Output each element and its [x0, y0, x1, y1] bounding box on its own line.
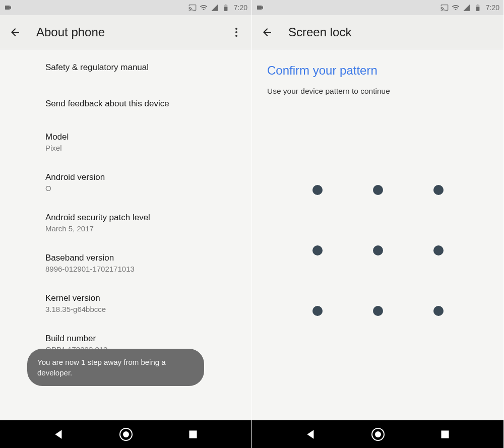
pattern-dot-8[interactable] [373, 306, 383, 316]
pattern-dot-3[interactable] [433, 185, 444, 195]
overflow-menu-icon[interactable] [230, 26, 242, 38]
pattern-dot-1[interactable] [312, 185, 323, 195]
pattern-input[interactable] [252, 101, 503, 420]
svg-rect-1 [441, 430, 449, 438]
wifi-icon [200, 4, 208, 12]
row-security-patch[interactable]: Android security patch level March 5, 20… [0, 203, 251, 243]
row-android-version[interactable]: Android version O [0, 162, 251, 203]
nav-recent-icon[interactable] [438, 428, 452, 441]
row-label: Android version [45, 172, 239, 182]
row-label: Baseband version [45, 253, 239, 263]
nav-back-icon[interactable] [304, 428, 318, 441]
signal-icon [211, 4, 219, 12]
phone-right: 7:20 Screen lock Confirm your pattern Us… [252, 0, 504, 448]
row-label: Build number [45, 334, 239, 344]
svg-rect-0 [189, 430, 197, 438]
camera-icon [256, 4, 264, 12]
phone-left: 7:20 About phone Safety & regulatory man… [0, 0, 252, 448]
row-sub: O [45, 184, 239, 193]
app-bar: About phone [0, 15, 251, 49]
confirm-headline: Confirm your pattern [267, 63, 488, 78]
row-label: Android security patch level [45, 213, 239, 223]
row-label: Safety & regulatory manual [45, 62, 239, 73]
row-sub: 3.18.35-g64bbcce [45, 305, 239, 313]
wifi-icon [452, 4, 460, 12]
confirm-subline: Use your device pattern to continue [267, 87, 488, 96]
back-icon[interactable] [9, 26, 21, 38]
nav-home-icon[interactable] [371, 428, 385, 441]
pattern-dot-5[interactable] [373, 245, 383, 255]
pattern-dot-7[interactable] [312, 306, 323, 316]
back-icon[interactable] [261, 26, 273, 38]
row-kernel[interactable]: Kernel version 3.18.35-g64bbcce [0, 283, 251, 324]
row-sub: March 5, 2017 [45, 224, 239, 233]
pattern-dot-6[interactable] [433, 245, 444, 255]
pattern-dot-2[interactable] [373, 185, 383, 195]
camera-icon [4, 4, 12, 12]
nav-bar [0, 420, 251, 448]
nav-bar [252, 420, 503, 448]
battery-icon [474, 4, 482, 12]
row-label: Kernel version [45, 293, 239, 303]
row-sub: 8996-012901-1702171013 [45, 265, 239, 273]
cast-icon [440, 4, 449, 12]
nav-back-icon[interactable] [52, 428, 66, 441]
toast-developer: You are now 1 step away from being a dev… [27, 349, 204, 386]
row-baseband[interactable]: Baseband version 8996-012901-1702171013 [0, 243, 251, 283]
row-safety-manual[interactable]: Safety & regulatory manual [0, 49, 251, 86]
about-list: Safety & regulatory manual Send feedback… [0, 49, 251, 420]
nav-home-icon[interactable] [119, 428, 133, 441]
row-sub: Pixel [45, 144, 239, 152]
row-label: Send feedback about this device [45, 99, 239, 109]
status-time: 7:20 [486, 4, 499, 12]
status-time: 7:20 [234, 4, 247, 12]
signal-icon [463, 4, 471, 12]
row-label: Model [45, 132, 239, 142]
battery-icon [222, 4, 230, 12]
lock-content: Confirm your pattern Use your device pat… [252, 49, 503, 420]
app-bar: Screen lock [252, 15, 503, 49]
cast-icon [188, 4, 197, 12]
pattern-dot-4[interactable] [312, 245, 323, 255]
status-bar: 7:20 [0, 0, 251, 15]
pattern-dot-9[interactable] [433, 306, 444, 316]
nav-recent-icon[interactable] [186, 428, 200, 441]
page-title: About phone [36, 25, 230, 39]
row-send-feedback[interactable]: Send feedback about this device [0, 86, 251, 122]
page-title: Screen lock [288, 25, 494, 39]
status-bar: 7:20 [252, 0, 503, 15]
confirm-header: Confirm your pattern Use your device pat… [252, 49, 503, 101]
row-model[interactable]: Model Pixel [0, 122, 251, 162]
